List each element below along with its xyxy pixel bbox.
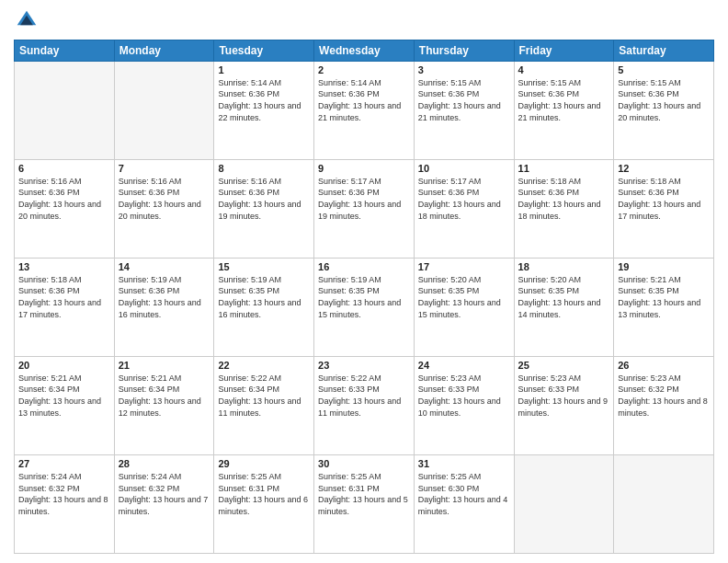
cell-info: Sunrise: 5:19 AMSunset: 6:35 PMDaylight:… (318, 274, 410, 320)
day-number: 9 (318, 163, 410, 174)
cell-info: Sunrise: 5:19 AMSunset: 6:36 PMDaylight:… (119, 274, 210, 320)
day-number: 26 (618, 360, 710, 371)
day-number: 20 (18, 360, 110, 371)
weekday-header-friday: Friday (514, 40, 614, 61)
cell-info: Sunrise: 5:19 AMSunset: 6:35 PMDaylight:… (218, 274, 310, 320)
calendar-cell: 27 Sunrise: 5:24 AMSunset: 6:32 PMDaylig… (15, 454, 115, 553)
day-number: 22 (218, 360, 310, 371)
cell-info: Sunrise: 5:25 AMSunset: 6:31 PMDaylight:… (318, 471, 410, 517)
cell-info: Sunrise: 5:21 AMSunset: 6:35 PMDaylight:… (618, 274, 710, 320)
calendar-cell: 13 Sunrise: 5:18 AMSunset: 6:36 PMDaylig… (15, 258, 115, 356)
calendar-cell: 24 Sunrise: 5:23 AMSunset: 6:33 PMDaylig… (414, 356, 514, 454)
day-number: 17 (418, 261, 510, 272)
day-number: 23 (318, 360, 410, 371)
cell-info: Sunrise: 5:25 AMSunset: 6:30 PMDaylight:… (418, 471, 510, 517)
cell-info: Sunrise: 5:17 AMSunset: 6:36 PMDaylight:… (318, 176, 410, 222)
weekday-header-tuesday: Tuesday (214, 40, 314, 61)
day-number: 2 (318, 64, 410, 75)
calendar-cell: 1 Sunrise: 5:14 AMSunset: 6:36 PMDayligh… (214, 61, 314, 159)
calendar-cell: 25 Sunrise: 5:23 AMSunset: 6:33 PMDaylig… (514, 356, 614, 454)
weekday-header-monday: Monday (114, 40, 214, 61)
cell-info: Sunrise: 5:24 AMSunset: 6:32 PMDaylight:… (18, 471, 110, 517)
cell-info: Sunrise: 5:18 AMSunset: 6:36 PMDaylight:… (518, 176, 610, 222)
week-row-2: 6 Sunrise: 5:16 AMSunset: 6:36 PMDayligh… (15, 159, 714, 258)
day-number: 15 (218, 261, 310, 272)
cell-info: Sunrise: 5:24 AMSunset: 6:32 PMDaylight:… (119, 471, 210, 517)
calendar-cell: 22 Sunrise: 5:22 AMSunset: 6:34 PMDaylig… (214, 356, 314, 454)
calendar-cell: 19 Sunrise: 5:21 AMSunset: 6:35 PMDaylig… (614, 258, 714, 356)
day-number: 10 (418, 163, 510, 174)
calendar-cell: 26 Sunrise: 5:23 AMSunset: 6:32 PMDaylig… (614, 356, 714, 454)
calendar-cell: 14 Sunrise: 5:19 AMSunset: 6:36 PMDaylig… (114, 258, 214, 356)
day-number: 1 (218, 64, 310, 75)
cell-info: Sunrise: 5:20 AMSunset: 6:35 PMDaylight:… (518, 274, 610, 320)
day-number: 18 (518, 261, 610, 272)
cell-info: Sunrise: 5:16 AMSunset: 6:36 PMDaylight:… (119, 176, 210, 222)
week-row-4: 20 Sunrise: 5:21 AMSunset: 6:34 PMDaylig… (15, 356, 714, 454)
day-number: 11 (518, 163, 610, 174)
day-number: 5 (618, 64, 710, 75)
cell-info: Sunrise: 5:16 AMSunset: 6:36 PMDaylight:… (218, 176, 310, 222)
day-number: 25 (518, 360, 610, 371)
cell-info: Sunrise: 5:14 AMSunset: 6:36 PMDaylight:… (318, 77, 410, 123)
calendar-cell: 28 Sunrise: 5:24 AMSunset: 6:32 PMDaylig… (114, 454, 214, 553)
cell-info: Sunrise: 5:23 AMSunset: 6:33 PMDaylight:… (518, 373, 610, 419)
calendar-cell: 10 Sunrise: 5:17 AMSunset: 6:36 PMDaylig… (414, 159, 514, 258)
cell-info: Sunrise: 5:20 AMSunset: 6:35 PMDaylight:… (418, 274, 510, 320)
weekday-header-sunday: Sunday (15, 40, 115, 61)
cell-info: Sunrise: 5:21 AMSunset: 6:34 PMDaylight:… (119, 373, 210, 419)
cell-info: Sunrise: 5:15 AMSunset: 6:36 PMDaylight:… (618, 77, 710, 123)
calendar-cell (114, 61, 214, 159)
day-number: 27 (18, 458, 110, 469)
calendar-cell: 5 Sunrise: 5:15 AMSunset: 6:36 PMDayligh… (614, 61, 714, 159)
weekday-header-saturday: Saturday (614, 40, 714, 61)
calendar-cell: 6 Sunrise: 5:16 AMSunset: 6:36 PMDayligh… (15, 159, 115, 258)
day-number: 8 (218, 163, 310, 174)
calendar-cell: 7 Sunrise: 5:16 AMSunset: 6:36 PMDayligh… (114, 159, 214, 258)
weekday-header-thursday: Thursday (414, 40, 514, 61)
calendar-cell (514, 454, 614, 553)
calendar-cell: 15 Sunrise: 5:19 AMSunset: 6:35 PMDaylig… (214, 258, 314, 356)
day-number: 29 (218, 458, 310, 469)
week-row-5: 27 Sunrise: 5:24 AMSunset: 6:32 PMDaylig… (15, 454, 714, 553)
calendar-cell: 18 Sunrise: 5:20 AMSunset: 6:35 PMDaylig… (514, 258, 614, 356)
day-number: 30 (318, 458, 410, 469)
calendar-cell: 21 Sunrise: 5:21 AMSunset: 6:34 PMDaylig… (114, 356, 214, 454)
calendar-cell (15, 61, 115, 159)
calendar-cell: 31 Sunrise: 5:25 AMSunset: 6:30 PMDaylig… (414, 454, 514, 553)
cell-info: Sunrise: 5:15 AMSunset: 6:36 PMDaylight:… (418, 77, 510, 123)
day-number: 6 (18, 163, 110, 174)
calendar-cell: 3 Sunrise: 5:15 AMSunset: 6:36 PMDayligh… (414, 61, 514, 159)
week-row-1: 1 Sunrise: 5:14 AMSunset: 6:36 PMDayligh… (15, 61, 714, 159)
calendar-cell: 9 Sunrise: 5:17 AMSunset: 6:36 PMDayligh… (314, 159, 415, 258)
day-number: 21 (119, 360, 210, 371)
day-number: 13 (18, 261, 110, 272)
cell-info: Sunrise: 5:15 AMSunset: 6:36 PMDaylight:… (518, 77, 610, 123)
cell-info: Sunrise: 5:25 AMSunset: 6:31 PMDaylight:… (218, 471, 310, 517)
page: SundayMondayTuesdayWednesdayThursdayFrid… (0, 0, 728, 563)
day-number: 3 (418, 64, 510, 75)
calendar-cell (614, 454, 714, 553)
calendar: SundayMondayTuesdayWednesdayThursdayFrid… (14, 40, 714, 554)
calendar-cell: 29 Sunrise: 5:25 AMSunset: 6:31 PMDaylig… (214, 454, 314, 553)
cell-info: Sunrise: 5:23 AMSunset: 6:32 PMDaylight:… (618, 373, 710, 419)
calendar-cell: 8 Sunrise: 5:16 AMSunset: 6:36 PMDayligh… (214, 159, 314, 258)
day-number: 16 (318, 261, 410, 272)
week-row-3: 13 Sunrise: 5:18 AMSunset: 6:36 PMDaylig… (15, 258, 714, 356)
cell-info: Sunrise: 5:22 AMSunset: 6:33 PMDaylight:… (318, 373, 410, 419)
cell-info: Sunrise: 5:16 AMSunset: 6:36 PMDaylight:… (18, 176, 110, 222)
weekday-header-row: SundayMondayTuesdayWednesdayThursdayFrid… (15, 40, 714, 61)
calendar-cell: 20 Sunrise: 5:21 AMSunset: 6:34 PMDaylig… (15, 356, 115, 454)
calendar-cell: 4 Sunrise: 5:15 AMSunset: 6:36 PMDayligh… (514, 61, 614, 159)
day-number: 31 (418, 458, 510, 469)
cell-info: Sunrise: 5:22 AMSunset: 6:34 PMDaylight:… (218, 373, 310, 419)
cell-info: Sunrise: 5:14 AMSunset: 6:36 PMDaylight:… (218, 77, 310, 123)
cell-info: Sunrise: 5:17 AMSunset: 6:36 PMDaylight:… (418, 176, 510, 222)
logo-icon (16, 9, 38, 31)
header (14, 9, 714, 32)
cell-info: Sunrise: 5:18 AMSunset: 6:36 PMDaylight:… (18, 274, 110, 320)
day-number: 24 (418, 360, 510, 371)
calendar-cell: 16 Sunrise: 5:19 AMSunset: 6:35 PMDaylig… (314, 258, 415, 356)
calendar-cell: 2 Sunrise: 5:14 AMSunset: 6:36 PMDayligh… (314, 61, 415, 159)
day-number: 28 (119, 458, 210, 469)
